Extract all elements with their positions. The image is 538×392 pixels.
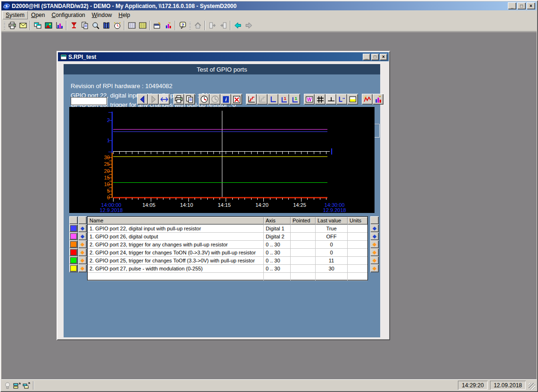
color-header-cell[interactable] xyxy=(69,216,78,224)
x-axis-tick xyxy=(282,198,283,200)
new-chart-icon[interactable] xyxy=(163,20,173,31)
new-window-icon[interactable] xyxy=(152,20,163,31)
graph-next-icon[interactable] xyxy=(148,94,159,105)
series-marker-button[interactable]: ◆ xyxy=(78,232,87,240)
bar-chart-icon[interactable] xyxy=(54,20,65,31)
series-color-swatch[interactable] xyxy=(69,264,78,272)
grid-toggle-icon[interactable] xyxy=(315,94,326,105)
series-color-swatch[interactable] xyxy=(69,256,78,264)
table-row[interactable]: 2. GPIO port 27, pulse - width modulatio… xyxy=(88,265,367,273)
menu-item-configuration[interactable]: Configuration xyxy=(48,11,88,19)
mail-icon[interactable] xyxy=(17,20,28,31)
axis-ticks-icon[interactable] xyxy=(326,94,336,105)
menu-item-window[interactable]: Window xyxy=(89,11,115,19)
time-interval-icon[interactable] xyxy=(159,94,170,105)
picture-icon[interactable] xyxy=(43,20,54,31)
dialog-minimize-button[interactable]: _ xyxy=(363,54,370,60)
graph-print-icon[interactable] xyxy=(173,94,184,105)
values-window-icon[interactable]: W xyxy=(304,94,315,105)
bulb-icon[interactable] xyxy=(3,381,12,390)
copy-icon[interactable] xyxy=(79,20,90,31)
resize-grip[interactable] xyxy=(529,383,535,390)
series-marker-button[interactable]: ◆ xyxy=(370,248,379,256)
rail-tick xyxy=(188,151,189,154)
background-color-icon[interactable] xyxy=(347,94,358,105)
table-yellow-icon[interactable] xyxy=(137,20,148,31)
home-icon[interactable] xyxy=(192,20,203,31)
print-icon[interactable] xyxy=(7,20,17,31)
axis-description-icon[interactable] xyxy=(336,94,347,105)
dialog-maximize-button[interactable]: □ xyxy=(371,54,379,60)
pictures-list-icon[interactable] xyxy=(12,381,22,390)
marker-header-cell[interactable] xyxy=(78,216,87,224)
graph-copy-icon[interactable] xyxy=(184,94,195,105)
series-marker-button[interactable]: ◆ xyxy=(78,256,87,264)
table-row[interactable]: 2. GPIO port 25, trigger for changes ToO… xyxy=(88,257,367,265)
table-row[interactable]: 1. GPIO port 26, digital outputDigital 2… xyxy=(88,233,367,241)
arrow-right-icon[interactable] xyxy=(243,20,254,31)
axis-digital-2-icon[interactable]: 1 xyxy=(289,94,300,105)
filter-icon[interactable] xyxy=(68,20,79,31)
table-row[interactable]: 2. GPIO port 24, trigger for changes ToO… xyxy=(88,249,367,257)
series-marker-button[interactable]: ◆ xyxy=(78,264,87,272)
series-marker-button[interactable]: ◆ xyxy=(78,240,87,248)
door-in-icon[interactable] xyxy=(207,20,218,31)
toolbar-gripper[interactable] xyxy=(189,21,191,30)
series-marker-button[interactable]: ◆ xyxy=(370,264,379,272)
graph-text-field[interactable] xyxy=(71,97,107,105)
series-marker-button[interactable]: ◆ xyxy=(370,224,379,232)
time-clock-disabled-icon[interactable] xyxy=(210,94,220,105)
series-color-swatch[interactable] xyxy=(69,232,78,240)
column-header-axis[interactable]: Axis xyxy=(264,217,291,224)
windows-list-icon[interactable] xyxy=(22,381,31,390)
rail-line xyxy=(113,151,330,152)
zoom-icon[interactable] xyxy=(90,20,101,31)
marker-header-cell[interactable] xyxy=(370,216,379,224)
analog-graph-icon[interactable] xyxy=(246,94,257,105)
new-graph-icon[interactable] xyxy=(362,94,373,105)
x-axis-date: 12.9.2018 xyxy=(100,207,123,213)
series-marker-button[interactable]: ◆ xyxy=(370,256,379,264)
series-marker-button[interactable]: ◆ xyxy=(370,232,379,240)
menu-item-open[interactable]: Open xyxy=(28,11,48,19)
object-info-icon[interactable]: i xyxy=(220,94,231,105)
menu-item-help[interactable]: Help xyxy=(115,11,133,19)
graph-prev-icon[interactable] xyxy=(137,94,148,105)
minimize-button[interactable]: _ xyxy=(508,2,516,9)
title-bar[interactable]: D2000@HI (STANDARD/w32) - DEMO - My Appl… xyxy=(1,1,537,10)
table-cell xyxy=(316,273,348,280)
dialog-title-bar[interactable]: S.RPI_test _ □ × xyxy=(58,52,389,61)
analog-graph-disabled-icon[interactable] xyxy=(257,94,268,105)
close-button[interactable]: × xyxy=(527,2,535,9)
series-color-swatch[interactable] xyxy=(69,224,78,232)
new-chart-icon[interactable] xyxy=(373,94,383,105)
table-row[interactable]: 2. GPIO port 23, trigger for any changes… xyxy=(88,241,367,249)
toolbar-gripper[interactable] xyxy=(4,21,5,30)
time-clock-icon[interactable] xyxy=(199,94,210,105)
series-color-swatch[interactable] xyxy=(69,240,78,248)
column-header-pointed[interactable]: Pointed xyxy=(291,217,316,224)
menu-item-system[interactable]: System xyxy=(2,11,28,19)
graph-canvas[interactable]: 2130252015105014:00:0014:0514:1014:1514:… xyxy=(69,107,375,213)
maximize-button[interactable]: □ xyxy=(517,2,526,9)
remove-flow-icon[interactable] xyxy=(231,94,242,105)
table-row[interactable]: 1. GPIO port 22, digital input with pull… xyxy=(88,225,367,233)
series-marker-button[interactable]: ◆ xyxy=(78,248,87,256)
column-header-units[interactable]: Units xyxy=(348,217,367,224)
alarm-clock-icon[interactable] xyxy=(112,20,122,31)
series-color-swatch[interactable] xyxy=(69,248,78,256)
column-header-name[interactable]: Name xyxy=(88,217,264,224)
column-header-last-value[interactable]: Last value xyxy=(316,217,348,224)
table-icon[interactable] xyxy=(126,20,137,31)
series-marker-button[interactable]: ◆ xyxy=(78,224,87,232)
axis-digital-1-icon[interactable]: 1 xyxy=(278,94,289,105)
help-icon[interactable]: ? xyxy=(177,20,188,31)
x-axis-tick xyxy=(145,198,145,200)
cascade-windows-icon[interactable] xyxy=(32,20,43,31)
books-icon[interactable] xyxy=(101,20,112,31)
door-out-icon[interactable] xyxy=(218,20,228,31)
dialog-close-button[interactable]: × xyxy=(380,54,387,60)
axis-default-icon[interactable] xyxy=(268,94,278,105)
series-marker-button[interactable]: ◆ xyxy=(370,240,379,248)
arrow-left-icon[interactable] xyxy=(232,20,243,31)
